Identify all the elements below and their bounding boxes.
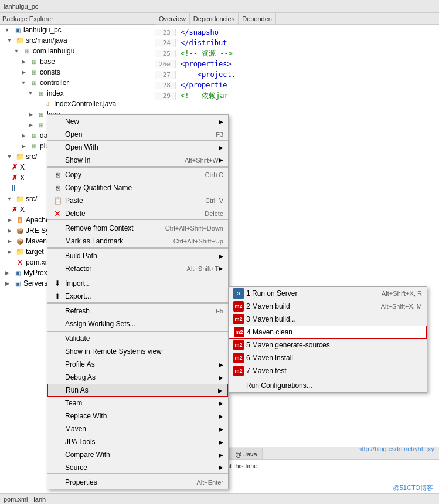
- tree-label: index: [47, 89, 64, 97]
- tab-dependencies[interactable]: Dependencies: [190, 13, 239, 24]
- tree-item-com-lanhuigu[interactable]: ▼ ⊞ com.lanhuigu: [0, 46, 155, 56]
- submenu-maven-generate[interactable]: m2 5 Maven generate-sources: [229, 339, 427, 351]
- menu-item-copy[interactable]: ⎘ Copy Ctrl+C: [47, 168, 228, 181]
- tree-label: target: [26, 248, 44, 256]
- submenu-maven-build[interactable]: m2 2 Maven build Alt+Shift+X, M: [229, 300, 427, 313]
- compare-icon: [52, 449, 63, 460]
- submenu-maven-clean[interactable]: m2 4 Maven clean: [229, 326, 427, 339]
- tree-item-indexcontroller[interactable]: ▶ J IndexController.java: [0, 99, 155, 109]
- properties-icon: [52, 477, 63, 488]
- info-bar: pom.xml - lanh: [0, 493, 439, 504]
- menu-item-team[interactable]: Team ▶: [47, 397, 228, 410]
- server-icon: 🗄: [15, 215, 25, 225]
- tab-dependen[interactable]: Dependen: [239, 13, 276, 24]
- m2-build2-icon: m2: [233, 314, 244, 324]
- menu-item-build-path[interactable]: Build Path ▶: [47, 249, 228, 262]
- expand-icon: ▼: [5, 152, 14, 161]
- submenu-run-server[interactable]: S 1 Run on Server Alt+Shift+X, R: [229, 287, 427, 300]
- menu-item-refactor[interactable]: Refactor Alt+Shift+T ▶: [47, 262, 228, 275]
- open-icon: [52, 129, 63, 140]
- menu-item-refresh[interactable]: Refresh F5: [47, 305, 228, 317]
- tree-label: src/: [26, 153, 37, 161]
- menu-item-validate[interactable]: Validate: [47, 332, 228, 345]
- menu-divider-2: [47, 221, 228, 221]
- menu-item-run-as[interactable]: Run As ▶: [47, 384, 228, 397]
- menu-item-jpa-tools[interactable]: JPA Tools ▶: [47, 435, 228, 448]
- import-icon: ⬇: [52, 278, 63, 289]
- team-icon: [52, 398, 63, 408]
- menu-item-debug-as[interactable]: Debug As ▶: [47, 371, 228, 384]
- ide-window: lanhuigu_pc Package Explorer ▼ ▣ lanhuig…: [0, 0, 439, 504]
- tree-item-base[interactable]: ▶ ⊞ base: [0, 56, 155, 67]
- replace-icon: [52, 411, 63, 421]
- package-icon: ⊞: [29, 141, 39, 151]
- refactor-icon: [52, 263, 63, 274]
- submenu-maven-install[interactable]: m2 6 Maven install: [229, 351, 427, 364]
- expand-icon: ▼: [12, 46, 21, 56]
- tree-label: X: [20, 174, 25, 182]
- tree-item-src-main[interactable]: ▼ 📁 src/main/java: [0, 35, 155, 46]
- submenu-maven-test[interactable]: m2 7 Maven test: [229, 364, 427, 377]
- menu-item-open-with[interactable]: Open With ▶: [47, 141, 228, 154]
- tree-label: controller: [40, 79, 69, 87]
- menu-item-open[interactable]: Open F3: [47, 128, 228, 141]
- menu-item-export[interactable]: ⬆ Export...: [47, 290, 228, 303]
- tree-item-index[interactable]: ▼ ⊞ index: [0, 88, 155, 99]
- expand-icon: ▶: [5, 247, 14, 256]
- menu-item-properties[interactable]: Properties Alt+Enter: [47, 476, 228, 489]
- expand-icon: ▶: [5, 226, 14, 235]
- tab-java[interactable]: @ Java: [230, 448, 262, 459]
- showin-icon: [52, 155, 63, 165]
- tree-item-controller[interactable]: ▼ ⊞ controller: [0, 77, 155, 88]
- sub-menu-divider: [229, 378, 427, 378]
- code-line-29: 29 <!-- 依赖jar: [155, 90, 439, 101]
- window-title: lanhuigu_pc: [4, 3, 38, 10]
- menu-item-new[interactable]: New ▶: [47, 115, 228, 128]
- menu-item-copy-qualified[interactable]: ⎘ Copy Qualified Name: [47, 181, 228, 194]
- code-line-27: 27 <project.: [155, 69, 439, 80]
- m2-clean-icon: m2: [234, 327, 244, 337]
- menu-item-show-remote[interactable]: Show in Remote Systems view: [47, 345, 228, 358]
- menu-item-source[interactable]: Source ▶: [47, 461, 228, 474]
- file-path: pom.xml - lanh: [4, 496, 46, 503]
- tree-item-root[interactable]: ▼ ▣ lanhuigu_pc: [0, 25, 155, 35]
- package-icon: ⊞: [36, 110, 46, 119]
- menu-item-show-in[interactable]: Show In Alt+Shift+W ▶: [47, 154, 228, 167]
- package-icon: ⊞: [36, 120, 46, 130]
- menu-item-remove-context[interactable]: Remove from Context Ctrl+Alt+Shift+Down: [47, 222, 228, 235]
- tree-label: lanhuigu_pc: [23, 26, 62, 34]
- menu-item-maven[interactable]: Maven ▶: [47, 422, 228, 435]
- package-icon: ⊞: [29, 57, 39, 66]
- paste-icon: 📋: [52, 195, 63, 206]
- tree-label: X: [20, 205, 25, 214]
- expand-icon: ▶: [2, 268, 12, 278]
- remote-icon: [52, 346, 63, 357]
- code-line-28: 28 </propertie: [155, 80, 439, 90]
- validate-icon: [52, 333, 63, 344]
- menu-item-compare-with[interactable]: Compare With ▶: [47, 448, 228, 461]
- run-configs-icon: [233, 380, 244, 391]
- submenu-maven-build2[interactable]: m2 3 Maven build...: [229, 313, 427, 326]
- project-icon: ▣: [13, 25, 22, 35]
- code-line-23: 23 </snapsho: [155, 27, 439, 38]
- menu-item-replace-with[interactable]: Replace With ▶: [47, 410, 228, 422]
- mark-icon: [52, 236, 63, 246]
- menu-item-delete[interactable]: ✕ Delete Delete: [47, 207, 228, 220]
- expand-icon: ▶: [26, 120, 35, 130]
- menu-item-mark-landmark[interactable]: Mark as Landmark Ctrl+Alt+Shift+Up: [47, 235, 228, 248]
- package-icon: ⊞: [36, 89, 46, 98]
- tree-label: X: [20, 163, 25, 171]
- menu-item-assign-working[interactable]: Assign Working Sets...: [47, 317, 228, 330]
- tree-item-consts[interactable]: ▶ ⊞ consts: [0, 67, 155, 77]
- expand-icon: ▼: [5, 36, 14, 45]
- menu-item-import[interactable]: ⬇ Import...: [47, 277, 228, 290]
- tab-overview[interactable]: Overview: [155, 13, 190, 24]
- submenu-run-configs[interactable]: Run Configurations...: [229, 379, 427, 392]
- delete-icon: ✕: [52, 208, 63, 219]
- menu-item-profile-as[interactable]: Profile As ▶: [47, 358, 228, 371]
- export-icon: ⬆: [52, 291, 63, 302]
- java-file-icon: J: [43, 99, 53, 109]
- refresh-icon: [52, 306, 63, 316]
- tree-label: src/: [26, 195, 37, 203]
- menu-item-paste[interactable]: 📋 Paste Ctrl+V: [47, 194, 228, 207]
